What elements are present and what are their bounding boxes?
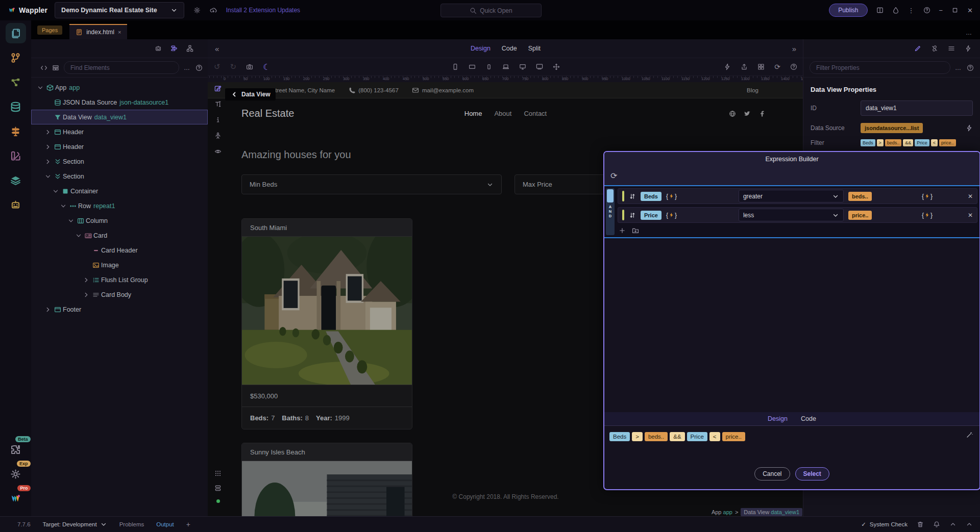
ai-helper-icon[interactable] [155,45,162,52]
data-source-chip[interactable]: jsondatasource...list [861,123,923,133]
mobile-device-icon[interactable] [452,63,459,70]
expression-token--[interactable]: < [709,432,720,441]
dynamic-binding-icon[interactable]: {} [922,212,933,219]
caret-down-icon[interactable] [44,173,52,180]
data-source-bolt-icon[interactable] [966,124,973,132]
filter-token[interactable]: < [931,139,938,146]
kebab-menu-icon[interactable]: ⋮ [908,7,915,14]
quick-open[interactable]: Quick Open [440,4,542,17]
group-operator-strip[interactable]: A N D [606,188,615,235]
expression-token-beds-[interactable]: beds.. [645,432,668,441]
tree-item-section[interactable]: Section [31,169,208,184]
components-icon[interactable] [52,64,59,71]
remove-condition-icon[interactable]: ✕ [968,193,973,200]
extension-download-icon[interactable] [210,7,217,14]
refresh-icon[interactable]: ⟳ [774,63,780,71]
system-check[interactable]: ✓ System Check [861,521,908,528]
mobilesm-device-icon[interactable] [485,63,493,70]
unlink-icon[interactable] [931,45,938,52]
props-help-icon[interactable] [967,64,974,71]
props-more-icon[interactable]: … [955,64,962,71]
tree-item-json-data-source-json-datasource1[interactable]: JSON Data Sourcejson-datasource1 [31,95,208,110]
rail-item-layers[interactable] [6,170,26,190]
breadcrumb-app[interactable]: App app [712,509,732,515]
sitemap-view-icon[interactable] [186,45,193,52]
filter-properties-input[interactable]: Filter Properties [810,61,950,74]
rail-item-database[interactable] [6,96,26,117]
rail-item-extensions[interactable]: Beta [6,439,26,460]
chevron-up-icon[interactable] [949,521,957,528]
caret-right-icon[interactable] [44,158,52,165]
filter-expression-chips[interactable]: Beds>beds..&&Price<price.. [861,139,956,146]
selected-element-pill[interactable]: Data View [225,88,276,100]
tabletland-device-icon[interactable] [469,63,476,70]
pages-chip[interactable]: Pages [37,26,62,35]
laptop-device-icon[interactable] [502,63,509,70]
field-chip[interactable]: Price [641,211,662,220]
remove-condition-icon[interactable]: ✕ [968,212,973,219]
dynamic-binding-icon[interactable]: {} [922,193,933,200]
tree-item-container[interactable]: Container [31,184,208,198]
screenshot-camera-icon[interactable] [246,63,253,70]
tree-item-footer[interactable]: Footer [31,302,208,317]
app-connect-bolt-icon[interactable] [724,63,731,70]
site-nav-about[interactable]: About [494,110,511,117]
dynamic-bolt-icon[interactable] [965,45,972,52]
filter-token[interactable]: Price [915,139,929,146]
undo-icon[interactable]: ↺ [214,62,220,71]
info-tool-icon[interactable] [214,116,222,123]
install-updates-link[interactable]: Install 2 Extension Updates [226,7,300,14]
tree-item-card[interactable]: Card [31,228,208,243]
min-beds-select[interactable]: Min Beds [241,174,502,194]
add-condition-icon[interactable] [619,227,626,234]
code-view-icon[interactable] [40,64,47,71]
value-chip[interactable]: price.. [848,211,872,220]
settings-gear-icon[interactable] [193,7,201,14]
tv-device-icon[interactable] [536,63,543,70]
caret-down-icon[interactable] [52,188,60,195]
rail-item-git[interactable] [6,47,26,68]
caret-right-icon[interactable] [44,129,52,136]
rail-item-styles[interactable] [6,145,26,166]
select-button[interactable]: Select [795,467,829,480]
redo-icon[interactable]: ↻ [230,62,237,71]
field-chip[interactable]: Beds [641,192,662,201]
help-icon[interactable] [923,7,930,14]
filter-token[interactable]: beds.. [885,139,902,146]
tree-item-flush-list-group[interactable]: Flush List Group [31,272,208,287]
view-tab-design[interactable]: Design [471,45,491,52]
tree-item-card-body[interactable]: Card Body [31,287,208,302]
expression-token--[interactable]: > [632,432,643,441]
add-panel-icon[interactable]: + [186,520,190,528]
expand-panel-icon[interactable]: » [792,44,796,53]
canvas-help-icon[interactable] [790,63,797,70]
stack-icon[interactable] [214,485,222,492]
tree-help-icon[interactable] [195,64,203,71]
view-tab-split[interactable]: Split [528,45,541,52]
collapse-bar-icon[interactable] [966,521,973,528]
tree-item-data-view-data-view1[interactable]: Data Viewdata_view1 [31,110,208,124]
tree-item-app-app[interactable]: Appapp [31,80,208,95]
caret-right-icon[interactable] [44,306,52,313]
magic-wand-icon[interactable] [966,431,973,438]
site-blog-link[interactable]: Blog [747,87,758,93]
tab-close-icon[interactable]: × [118,29,121,35]
dynamic-binding-icon[interactable]: {} [666,212,677,219]
project-selector[interactable]: Demo Dynamic Real Estate Site [55,2,184,18]
mannequin-icon[interactable] [214,132,222,139]
trash-icon[interactable] [917,521,924,528]
expression-token--[interactable]: && [670,432,684,441]
find-elements-input[interactable]: Find Elements [64,61,179,74]
maximize-button[interactable] [951,7,959,14]
bell-icon[interactable] [933,521,940,528]
caret-down-icon[interactable] [75,232,83,239]
expression-workspace[interactable] [604,238,979,412]
rail-item-workflows[interactable] [6,72,26,92]
filter-token[interactable]: Beds [861,139,875,146]
operator-select[interactable]: greater [739,190,844,202]
expression-token-price[interactable]: Price [687,432,707,441]
filter-token[interactable]: && [903,139,913,146]
publish-button[interactable]: Publish [829,4,867,17]
breadcrumb-current[interactable]: Data View data_view1 [741,508,802,516]
edit-mode-icon[interactable] [214,85,222,92]
